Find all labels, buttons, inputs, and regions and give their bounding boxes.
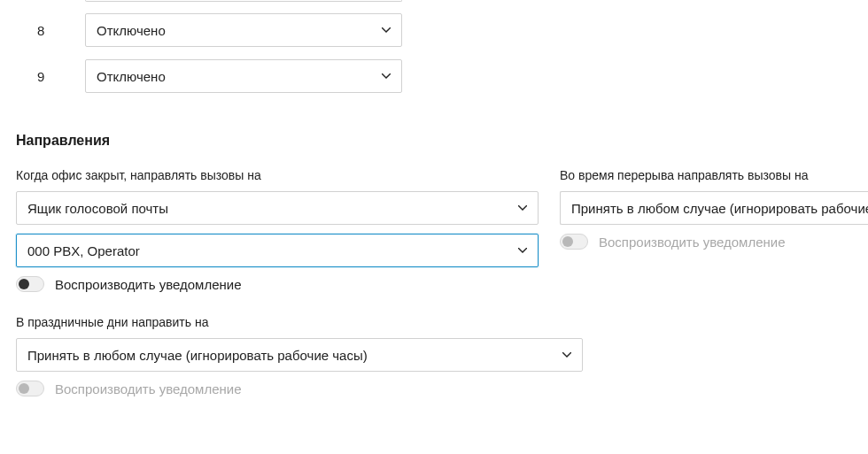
chevron-down-icon (382, 73, 391, 79)
office-closed-notify-label: Воспроизводить уведомление (55, 277, 242, 292)
holidays-notify-label: Воспроизводить уведомление (55, 381, 242, 396)
break-label: Во время перерыва направлять вызовы на (560, 168, 868, 182)
holidays-destination-select[interactable]: Принять в любом случае (игнорировать раб… (16, 338, 583, 372)
toggle-knob (19, 279, 29, 289)
slot-select-label: Отключено (97, 69, 166, 84)
chevron-down-icon (518, 205, 527, 211)
office-closed-notify-toggle[interactable] (16, 276, 44, 292)
slot-select-label: Отключено (97, 23, 166, 38)
office-closed-destination-select[interactable]: Ящик голосовой почты (16, 191, 539, 225)
dropdown-value: 000 PBX, Operator (27, 243, 140, 258)
break-notify-label: Воспроизводить уведомление (599, 235, 786, 250)
slot-select-8[interactable]: Отключено (85, 13, 402, 47)
dropdown-value: Ящик голосовой почты (27, 201, 168, 216)
toggle-knob (19, 383, 29, 394)
directions-heading: Направления (16, 133, 868, 149)
dropdown-value: Принять в любом случае (игнорировать раб… (27, 348, 368, 363)
slot-select-9[interactable]: Отключено (85, 59, 402, 93)
chevron-down-icon (562, 352, 571, 358)
slot-number-8: 8 (16, 23, 85, 38)
holidays-label: В праздничные дни направить на (16, 315, 560, 329)
chevron-down-icon (382, 27, 391, 33)
holidays-notify-toggle[interactable] (16, 381, 44, 396)
office-closed-extension-select[interactable]: 000 PBX, Operator (16, 234, 539, 267)
toggle-knob (562, 236, 573, 247)
break-notify-toggle[interactable] (560, 234, 588, 250)
dropdown-value: Принять в любом случае (игнорировать раб… (571, 201, 868, 216)
slot-number-9: 9 (16, 69, 85, 84)
chevron-down-icon (518, 248, 527, 253)
office-closed-label: Когда офис закрыт, направлять вызовы на (16, 168, 560, 182)
break-destination-select[interactable]: Принять в любом случае (игнорировать раб… (560, 191, 868, 225)
